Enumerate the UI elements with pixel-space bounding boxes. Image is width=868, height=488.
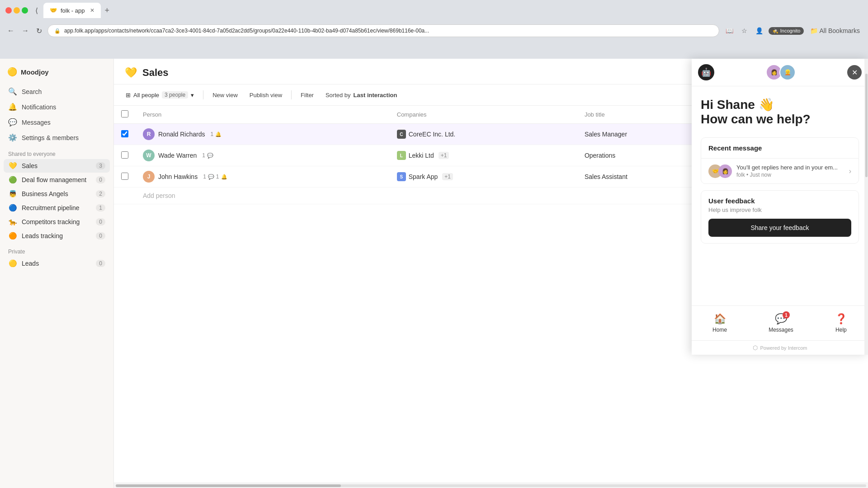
user-feedback-card: User feedback Help us improve folk Share…	[701, 190, 859, 244]
row-checkbox[interactable]	[121, 173, 128, 180]
sort-btn[interactable]: Sorted by Last interaction	[321, 89, 401, 101]
avatar-group: 👩 👱	[766, 64, 796, 80]
feedback-subtitle: Help us improve folk	[708, 206, 851, 213]
sidebar-item-leads[interactable]: 🟡 Leads 0	[4, 257, 110, 270]
incognito-icon: 🕵	[772, 28, 778, 34]
new-view-btn[interactable]: New view	[208, 89, 242, 101]
messages-icon: 💬	[8, 118, 17, 127]
footer-tab-home[interactable]: 🏠 Home	[702, 311, 738, 335]
person-name: Ronald Richards	[158, 131, 205, 138]
gear-icon: ⚙️	[8, 133, 17, 142]
new-tab-btn[interactable]: +	[101, 6, 113, 15]
sidebar-item-sales[interactable]: 💛 Sales 3	[4, 159, 110, 173]
companies-column-header: Companies	[390, 106, 577, 124]
brand: 🟡 Moodjoy	[0, 62, 113, 84]
company-cell: L Lekki Ltd +1	[390, 145, 577, 166]
recruitment-label: Recruitment pipeline	[22, 204, 91, 211]
help-overlay: 🤖 👩 👱 ✕ Hi Shane 👋 How can we help? Rece…	[692, 59, 868, 355]
share-feedback-label: Share your feedback	[750, 224, 809, 231]
sidebar-item-messages[interactable]: 💬 Messages	[4, 115, 110, 130]
bot-avatar: 🤖	[698, 64, 714, 80]
msg-avatar-2: 👩	[718, 164, 732, 178]
sales-icon: 💛	[8, 162, 17, 170]
nav-back-btn[interactable]: ←	[5, 25, 16, 37]
sidebar-item-deal-flow[interactable]: 🟢 Deal flow management 0	[4, 173, 110, 187]
bell-icon: 🔔	[221, 174, 227, 180]
reader-mode-btn[interactable]: 📖	[723, 25, 736, 36]
all-people-btn[interactable]: ⊞ All people 3 people ▾	[121, 89, 198, 101]
horizontal-scrollbar[interactable]	[114, 483, 868, 488]
tab-favicon: 🤝	[50, 7, 57, 14]
sorted-by-value: Last interaction	[354, 92, 397, 99]
person-meta: 1 💬	[202, 152, 213, 159]
search-icon: 🔍	[8, 87, 17, 96]
home-label: Home	[712, 327, 727, 333]
address-bar[interactable]: 🔒 app.folk.app/apps/contacts/network/cca…	[47, 24, 719, 37]
feedback-title: User feedback	[708, 197, 851, 205]
share-feedback-btn[interactable]: Share your feedback	[708, 219, 851, 237]
nav-reload-btn[interactable]: ↻	[34, 25, 44, 37]
private-section-label: Private	[0, 243, 113, 257]
sidebar-item-business-angels[interactable]: 👼 Business Angels 2	[4, 187, 110, 201]
page-title: Sales	[142, 67, 169, 79]
tab-back-btn[interactable]: ⟨	[33, 5, 40, 17]
row-checkbox-cell	[114, 145, 136, 166]
powered-by-text: Powered by Intercom	[760, 345, 807, 351]
row-checkbox[interactable]	[121, 130, 128, 137]
publish-view-btn[interactable]: Publish view	[245, 89, 287, 101]
sidebar-item-settings[interactable]: ⚙️ Settings & members	[4, 130, 110, 145]
company-name: Spark App	[409, 173, 438, 180]
row-checkbox[interactable]	[121, 151, 128, 159]
avatar: J	[143, 171, 155, 183]
sidebar: 🟡 Moodjoy 🔍 Search 🔔 Notifications 💬 Mes…	[0, 59, 114, 488]
tab-close-icon[interactable]: ✕	[90, 7, 94, 14]
greeting: Hi Shane 👋 How can we help?	[701, 97, 859, 127]
close-overlay-btn[interactable]: ✕	[847, 65, 862, 80]
sidebar-item-recruitment[interactable]: 🔵 Recruitment pipeline 1	[4, 201, 110, 215]
browser-minimize-btn[interactable]	[14, 7, 20, 14]
leads-tracking-icon: 🟠	[8, 232, 17, 240]
person-meta: 1 💬 1 🔔	[203, 174, 227, 180]
person-cell: R Ronald Richards 1 🔔	[136, 124, 390, 145]
message-item[interactable]: 🤝 👩 You'll get replies here and in your …	[701, 159, 859, 183]
person-column-header: Person	[136, 106, 390, 124]
footer-tab-help[interactable]: ❓ Help	[824, 311, 858, 335]
brand-icon: 🟡	[7, 67, 17, 77]
bookmark-btn[interactable]: ☆	[739, 25, 750, 36]
sidebar-navigation: 🔍 Search 🔔 Notifications 💬 Messages ⚙️ S…	[0, 84, 113, 145]
sidebar-item-search[interactable]: 🔍 Search	[4, 84, 110, 99]
new-view-label: New view	[212, 92, 238, 99]
sidebar-item-competitors[interactable]: 🐆 Competitors tracking 0	[4, 215, 110, 229]
incognito-label: Incognito	[780, 28, 801, 33]
profile-btn[interactable]: 👤	[753, 25, 766, 36]
scroll-track	[116, 484, 866, 487]
tab-title: folk - app	[61, 7, 85, 14]
message-time: Just now	[750, 172, 771, 178]
avatar: W	[143, 150, 155, 161]
sidebar-item-notifications[interactable]: 🔔 Notifications	[4, 99, 110, 114]
bell-icon: 🔔	[215, 131, 222, 137]
browser-close-btn[interactable]	[5, 7, 12, 14]
deal-flow-icon: 🟢	[8, 176, 17, 184]
browser-maximize-btn[interactable]	[22, 7, 28, 14]
filter-btn[interactable]: Filter	[296, 89, 318, 101]
footer-tab-messages[interactable]: 💬 1 Messages	[758, 311, 804, 335]
bookmarks-btn[interactable]: 📁 All Bookmarks	[807, 25, 863, 36]
toolbar-separator-2	[291, 90, 292, 99]
greeting-line1-text: Hi Shane	[701, 98, 755, 112]
active-tab[interactable]: 🤝 folk - app ✕	[43, 3, 101, 18]
company-plus: +1	[439, 152, 449, 159]
wave-emoji: 👋	[759, 97, 774, 112]
message-avatars: 🤝 👩	[708, 164, 732, 178]
person-cell: W Wade Warren 1 💬	[136, 145, 390, 166]
scroll-thumb	[116, 484, 341, 487]
notifications-label: Notifications	[22, 103, 56, 111]
incognito-badge: 🕵 Incognito	[769, 27, 804, 35]
message-content: You'll get replies here and in your em..…	[736, 164, 844, 178]
nav-forward-btn[interactable]: →	[20, 25, 31, 37]
leads-tracking-count: 0	[96, 232, 105, 239]
deal-flow-count: 0	[96, 176, 105, 183]
business-angels-label: Business Angels	[22, 190, 91, 197]
select-all-checkbox[interactable]	[121, 110, 128, 117]
sidebar-item-leads-tracking[interactable]: 🟠 Leads tracking 0	[4, 229, 110, 243]
